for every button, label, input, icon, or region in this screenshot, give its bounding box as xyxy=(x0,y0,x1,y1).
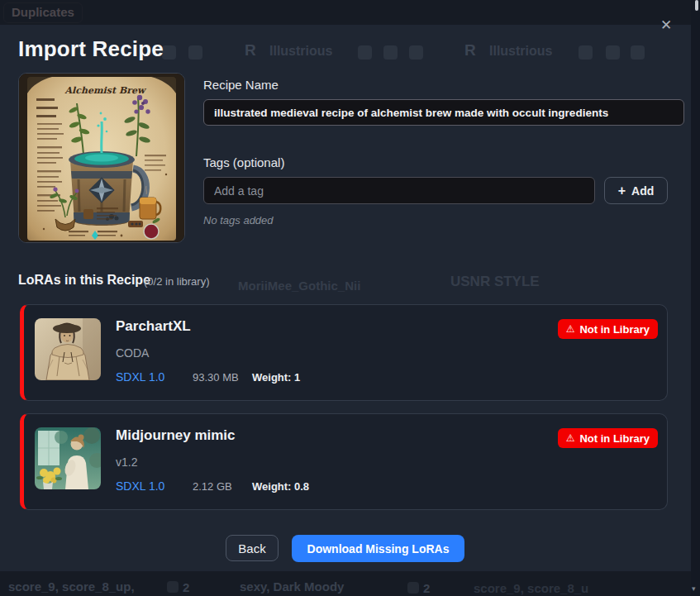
recipe-preview-frame: Alchemist Brew xyxy=(18,73,185,243)
recipe-preview-image: Alchemist Brew xyxy=(19,74,184,242)
download-missing-loras-button[interactable]: Download Missing LoRAs xyxy=(292,535,464,562)
add-tag-button[interactable]: + Add xyxy=(604,177,668,204)
ghost-share-icon xyxy=(358,45,372,60)
ghost-lora-title: MoriiMee_Gothic_Nii xyxy=(238,279,360,293)
lora-thumbnail xyxy=(35,318,101,380)
ghost-lora-title: USNR STYLE xyxy=(450,274,540,290)
status-badge-label: Not in Library xyxy=(579,323,650,336)
lora-file-size: 2.12 GB xyxy=(193,480,232,493)
lora-card: ParchartXL CODA SDXL 1.0 93.30 MB Weight… xyxy=(20,304,668,401)
close-icon[interactable]: ✕ xyxy=(655,13,678,36)
status-badge: ⚠ Not in Library xyxy=(558,319,658,339)
ghost-trash-icon xyxy=(188,45,202,60)
status-badge-label: Not in Library xyxy=(579,432,650,445)
no-tags-message: No tags added xyxy=(203,214,274,226)
plus-icon: + xyxy=(618,184,626,198)
tags-label: Tags (optional) xyxy=(203,155,284,169)
ghost-send-icon xyxy=(606,45,620,60)
lora-version: v1.2 xyxy=(116,455,137,469)
lora-card: Midjourney mimic v1.2 SDXL 1.0 2.12 GB W… xyxy=(20,413,668,510)
ghost-model-badge: R xyxy=(464,41,476,60)
lora-thumbnail xyxy=(35,427,101,489)
ghost-share-icon xyxy=(579,45,593,60)
overlay-top xyxy=(0,0,700,25)
loras-library-count: (0/2 in library) xyxy=(144,275,209,288)
ghost-send-icon xyxy=(383,45,398,60)
add-tag-button-label: Add xyxy=(631,184,654,198)
modal-title: Import Recipe xyxy=(18,36,164,62)
overlay-right xyxy=(691,0,700,596)
lora-name: ParchartXL xyxy=(116,318,191,335)
warning-icon: ⚠ xyxy=(566,433,575,443)
import-recipe-modal-screen: ▾ Duplicates R Illustrious R Illustrious… xyxy=(0,0,700,596)
lora-version: CODA xyxy=(116,346,149,360)
loras-section-heading: LoRAs in this Recipe xyxy=(18,273,150,288)
lora-weight: Weight: 0.8 xyxy=(252,480,309,493)
lora-name: Midjourney mimic xyxy=(116,427,236,444)
ghost-base-model-label: Illustrious xyxy=(489,44,552,59)
back-button[interactable]: Back xyxy=(226,535,279,561)
ghost-trash-icon xyxy=(631,45,645,60)
recipe-name-input[interactable] xyxy=(203,99,684,126)
lora-base-model-link[interactable]: SDXL 1.0 xyxy=(116,370,164,384)
scrollbar-down-arrow-icon[interactable]: ▾ xyxy=(692,584,696,593)
lora-base-model-link[interactable]: SDXL 1.0 xyxy=(116,479,164,493)
ghost-base-model-label: Illustrious xyxy=(269,44,332,59)
ghost-send-icon xyxy=(162,45,176,60)
lora-file-size: 93.30 MB xyxy=(193,371,239,384)
recipe-name-label: Recipe Name xyxy=(203,78,279,92)
ghost-trash-icon xyxy=(409,45,423,60)
lora-weight: Weight: 1 xyxy=(252,371,300,384)
warning-icon: ⚠ xyxy=(566,324,575,334)
ghost-model-badge: R xyxy=(245,41,256,60)
status-badge: ⚠ Not in Library xyxy=(558,428,658,448)
svg-text:Alchemist Brew: Alchemist Brew xyxy=(64,85,147,96)
add-tag-input[interactable] xyxy=(203,177,595,204)
overlay-bottom xyxy=(0,571,700,596)
scrollbar-thumb[interactable] xyxy=(695,0,698,11)
